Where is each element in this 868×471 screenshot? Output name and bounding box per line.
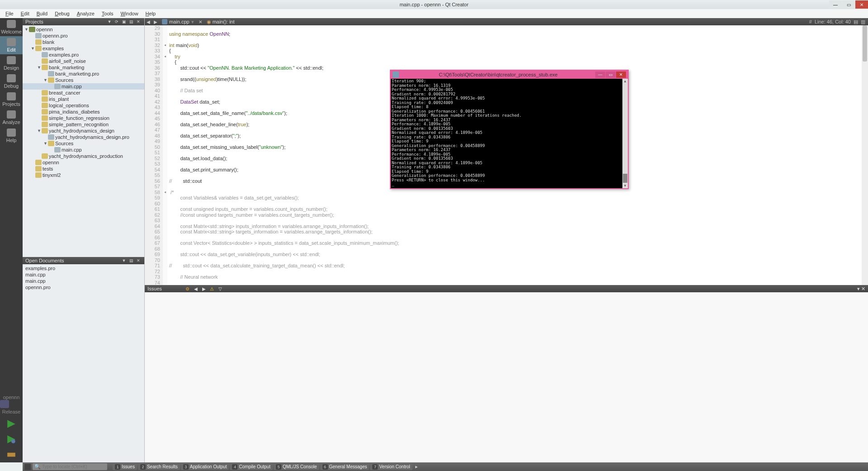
mode-help[interactable]: Help [0, 127, 23, 145]
split-editor-icon[interactable]: ▥ [861, 19, 865, 25]
more-tabs-icon[interactable]: ▸ [413, 464, 420, 470]
open-doc-item[interactable]: opennn.pro [23, 284, 144, 290]
mode-edit[interactable]: Edit [0, 36, 23, 54]
menu-help[interactable]: Help [142, 10, 160, 17]
filter-icon[interactable]: ▼ [106, 19, 113, 24]
tree-item[interactable]: yacht_hydrodynamics_design.pro [23, 134, 144, 140]
menu-file[interactable]: File [2, 10, 17, 17]
output-tab-application-output[interactable]: 3Application Output [181, 463, 229, 470]
console-titlebar[interactable]: C:\Qt\Tools\QtCreator\bin\qtcreator_proc… [391, 71, 628, 79]
output-tab-compile-output[interactable]: 4Compile Output [230, 463, 272, 470]
tab-close-icon[interactable]: ✕ [197, 19, 204, 25]
kit-selector[interactable]: opennn Release [0, 393, 23, 416]
tree-item[interactable]: examples.pro [23, 52, 144, 58]
tree-item[interactable]: ▼Sources [23, 140, 144, 147]
minimize-button[interactable]: — [829, 0, 842, 9]
nav-forward-icon[interactable]: ▶ [152, 19, 159, 25]
output-tab-version-control[interactable]: 7Version Control [370, 463, 412, 470]
maximize-button[interactable]: ▭ [842, 0, 855, 9]
encoding-icon[interactable]: ▤ [854, 19, 858, 25]
chevron-down-icon[interactable]: ▾ [191, 19, 194, 25]
open-doc-item[interactable]: main.cpp [23, 278, 144, 284]
opendocs-close-icon[interactable]: ✕ [135, 258, 142, 263]
menu-build[interactable]: Build [33, 10, 51, 17]
tree-item[interactable]: ▼yacht_hydrodynamics_design [23, 128, 144, 134]
sync-icon[interactable]: ⟳ [114, 19, 120, 24]
tree-item[interactable]: tests [23, 166, 144, 172]
fold-column[interactable]: ◂◂◂ [163, 25, 167, 285]
next-issue-icon[interactable]: ▶ [201, 286, 207, 291]
mode-welcome[interactable]: Welcome [0, 18, 23, 36]
mode-debug[interactable]: Debug [0, 72, 23, 90]
symbol-combo[interactable]: ◉ main(): int [204, 18, 237, 25]
tree-item[interactable]: tinyxml2 [23, 172, 144, 178]
tree-item[interactable]: bank_marketing.pro [23, 71, 144, 77]
output-tab-general-messages[interactable]: 6General Messages [320, 463, 370, 470]
split-icon[interactable]: ▤ [128, 19, 134, 24]
warning-filter-icon[interactable]: ⚠ [209, 286, 215, 291]
menu-edit[interactable]: Edit [17, 10, 33, 17]
tree-item[interactable]: opennn.pro [23, 33, 144, 39]
tree-item[interactable]: iris_plant [23, 96, 144, 102]
sidebar-toggle-icon[interactable]: # [809, 19, 812, 24]
tree-item[interactable]: main.cpp [23, 83, 144, 90]
tree-item[interactable]: breast_cancer [23, 90, 144, 96]
tree-item[interactable]: simple_pattern_recognition [23, 121, 144, 128]
run-button[interactable] [6, 419, 16, 429]
svg-marker-0 [7, 420, 15, 428]
scrollbar-thumb[interactable] [863, 25, 867, 62]
menu-window[interactable]: Window [117, 10, 142, 17]
tree-item[interactable]: ▼bank_marketing [23, 64, 144, 71]
output-tab-qml-js-console[interactable]: 5QML/JS Console [274, 463, 319, 470]
close-panel-icon[interactable]: ✕ [135, 19, 142, 24]
tree-item[interactable]: simple_function_regression [23, 115, 144, 121]
editor-tab[interactable]: main.cpp ▾ [159, 18, 197, 25]
open-documents-list[interactable]: examples.promain.cppmain.cppopennn.pro [23, 264, 144, 291]
output-tab-issues[interactable]: 1Issues [113, 463, 137, 470]
scroll-down-icon[interactable]: ▼ [622, 183, 628, 188]
tree-item[interactable]: pima_indians_diabetes [23, 109, 144, 115]
editor-scrollbar[interactable] [862, 25, 868, 285]
console-close-button[interactable]: ✕ [616, 71, 626, 78]
issues-min-icon[interactable]: ▾ [857, 286, 860, 292]
scroll-up-icon[interactable]: ▲ [622, 79, 628, 84]
tree-item[interactable]: logical_operations [23, 102, 144, 109]
console-window[interactable]: C:\Qt\Tools\QtCreator\bin\qtcreator_proc… [390, 70, 629, 189]
close-button[interactable]: ✕ [855, 0, 868, 9]
locator-input[interactable] [42, 464, 105, 469]
open-doc-item[interactable]: examples.pro [23, 265, 144, 271]
build-button[interactable] [6, 450, 16, 460]
tree-item[interactable]: yacht_hydrodynamics_production [23, 153, 144, 159]
sidebar-toggle-icon[interactable] [24, 464, 31, 470]
console-scrollbar[interactable]: ▲ ▼ [622, 79, 628, 188]
issues-close-icon[interactable]: ✕ [861, 286, 865, 292]
console-maximize-button[interactable]: ▭ [606, 71, 616, 78]
tree-item[interactable]: airfoil_self_noise [23, 58, 144, 64]
opendocs-menu-icon[interactable]: ▼ [121, 258, 127, 263]
mode-projects[interactable]: Projects [0, 90, 23, 109]
menu-analyze[interactable]: Analyze [73, 10, 98, 17]
tree-item[interactable]: blank [23, 39, 144, 45]
menu-debug[interactable]: Debug [51, 10, 73, 17]
filter-icon[interactable]: ▽ [217, 286, 223, 291]
mode-analyze[interactable]: Analyze [0, 109, 23, 127]
mode-design[interactable]: Design [0, 54, 23, 72]
prev-issue-icon[interactable]: ◀ [193, 286, 199, 291]
nav-back-icon[interactable]: ◀ [145, 19, 152, 25]
tree-item[interactable]: main.cpp [23, 147, 144, 153]
locator[interactable]: 🔍 [33, 463, 107, 470]
opendocs-split-icon[interactable]: ▤ [128, 258, 134, 263]
output-tab-search-results[interactable]: 2Search Results [138, 463, 180, 470]
console-scroll-thumb[interactable] [623, 174, 627, 183]
build-icon[interactable]: ⚙ [185, 286, 191, 291]
menu-tools[interactable]: Tools [98, 10, 117, 17]
tree-item[interactable]: opennn [23, 159, 144, 166]
collapse-icon[interactable]: ▣ [121, 19, 127, 24]
open-doc-item[interactable]: main.cpp [23, 271, 144, 278]
tree-item[interactable]: ▼Sources [23, 77, 144, 83]
tree-item[interactable]: ▼examples [23, 45, 144, 52]
project-tree[interactable]: ▼opennnopennn.problank▼examplesexamples.… [23, 25, 144, 257]
console-minimize-button[interactable]: — [595, 71, 605, 78]
run-debug-button[interactable] [6, 434, 16, 444]
tree-item[interactable]: ▼opennn [23, 26, 144, 33]
